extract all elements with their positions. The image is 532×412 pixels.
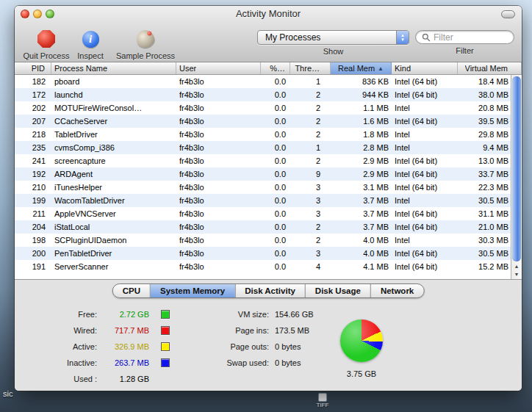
tab-disk-activity[interactable]: Disk Activity (235, 284, 306, 297)
cell-name: CCacheServer (51, 115, 176, 128)
table-row[interactable]: 218TabletDriverfr4b3lo0.021.8 MBIntel29.… (15, 128, 522, 141)
cell-realmem: 2.8 MB (331, 141, 392, 154)
memory-stat-value: 263.7 MB (102, 358, 149, 367)
cell-pid: 191 (15, 260, 51, 273)
process-table: PIDProcess NameUser%…Thre…Real Mem▲KindV… (15, 62, 522, 279)
memory-stat-row: Wired:717.7 MB (51, 322, 170, 339)
table-row[interactable]: 182pboardfr4b3lo0.01836 KBIntel (64 bit)… (15, 75, 522, 88)
cell-user: fr4b3lo (176, 247, 261, 260)
table-row[interactable]: 200PenTabletDriverfr4b3lo0.034.0 MBIntel… (15, 247, 522, 260)
vm-stat-value: 173.5 MB (275, 326, 309, 335)
cell-cpu: 0.0 (261, 207, 290, 220)
quit-process-label: Quit Process (24, 51, 70, 60)
table-row[interactable]: 202MOTUFireWireConsol…fr4b3lo0.021.1 MBI… (15, 101, 522, 115)
desktop-file-icon[interactable]: TIFF (314, 393, 331, 408)
scroll-down-icon[interactable] (511, 270, 522, 278)
column-header-kind[interactable]: Kind (392, 62, 458, 74)
memory-stat-row: Used :1.28 GB (51, 371, 170, 387)
column-header-label: PID (32, 64, 45, 73)
vm-stat-row: Page outs:0 bytes (215, 339, 314, 355)
inspect-icon (82, 28, 99, 50)
cell-user: fr4b3lo (176, 167, 261, 181)
memory-stat-row: Inactive:263.7 MB (51, 355, 170, 371)
table-row[interactable]: 207CCacheServerfr4b3lo0.021.6 MBIntel (6… (15, 115, 522, 128)
vm-stat-value: 154.66 GB (275, 310, 314, 319)
table-row[interactable]: 199WacomTabletDriverfr4b3lo0.033.7 MBInt… (15, 194, 522, 207)
column-header-user[interactable]: User (176, 62, 261, 74)
toolbar-toggle-button[interactable] (501, 10, 515, 18)
tab-disk-usage[interactable]: Disk Usage (306, 284, 371, 297)
cell-name: pboard (51, 75, 176, 88)
vm-stat-label: Page ins: (215, 326, 269, 335)
cell-threads: 1 (290, 141, 331, 154)
cell-user: fr4b3lo (176, 128, 261, 141)
cell-pid: 207 (15, 115, 51, 128)
tab-system-memory[interactable]: System Memory (151, 284, 235, 297)
memory-color-swatch (161, 358, 170, 367)
cell-threads: 9 (290, 167, 331, 181)
cell-kind: Intel (392, 101, 458, 115)
scrollbar-arrows (511, 261, 522, 278)
cell-realmem: 2.9 MB (331, 167, 392, 181)
filter-input[interactable] (434, 32, 508, 43)
tab-network[interactable]: Network (371, 284, 423, 297)
cell-kind: Intel (64 bit) (392, 207, 458, 220)
memory-stat-row: Active:326.9 MB (51, 339, 170, 355)
table-row[interactable]: 211AppleVNCServerfr4b3lo0.033.7 MBIntel … (15, 207, 522, 220)
scroll-up-icon[interactable] (511, 261, 522, 270)
column-header-realmem[interactable]: Real Mem▲ (331, 62, 392, 74)
memory-color-swatch (161, 310, 170, 319)
cell-name: cvmsComp_i386 (51, 141, 176, 154)
table-row[interactable]: 172launchdfr4b3lo0.02944 KBIntel (64 bit… (15, 88, 522, 101)
cell-pid: 210 (15, 181, 51, 194)
cell-realmem: 4.0 MB (331, 247, 392, 260)
process-table-body: 182pboardfr4b3lo0.01836 KBIntel (64 bit)… (15, 75, 522, 279)
bottom-panel: CPUSystem MemoryDisk ActivityDisk UsageN… (15, 279, 522, 391)
cell-pid: 211 (15, 207, 51, 220)
table-row[interactable]: 241screencapturefr4b3lo0.022.9 MBIntel (… (15, 154, 522, 167)
quit-process-button[interactable]: Quit Process (21, 24, 72, 60)
scrollbar-thumb[interactable] (512, 76, 521, 261)
vertical-scrollbar[interactable] (511, 75, 522, 279)
cell-realmem: 1.6 MB (331, 115, 392, 128)
show-popup-menu[interactable]: My Processes (257, 30, 409, 45)
cell-user: fr4b3lo (176, 88, 261, 101)
table-row[interactable]: 192ARDAgentfr4b3lo0.092.9 MBIntel (64 bi… (15, 167, 522, 181)
column-header-name[interactable]: Process Name (51, 62, 176, 74)
cell-kind: Intel (392, 128, 458, 141)
table-header: PIDProcess NameUser%…Thre…Real Mem▲KindV… (15, 62, 522, 75)
column-header-threads[interactable]: Thre… (290, 62, 331, 74)
inspect-button[interactable]: Inspect (72, 24, 109, 60)
table-row[interactable]: 235cvmsComp_i386fr4b3lo0.012.8 MBIntel9.… (15, 141, 522, 154)
sample-process-button[interactable]: Sample Process (112, 24, 179, 60)
column-header-cpu[interactable]: %… (261, 62, 290, 74)
memory-stat-value: 1.28 GB (102, 375, 149, 383)
cell-realmem: 3.7 MB (331, 220, 392, 234)
cell-threads: 3 (290, 207, 331, 220)
panel-tabs: CPUSystem MemoryDisk ActivityDisk UsageN… (112, 283, 425, 298)
cell-name: MOTUFireWireConsol… (51, 101, 176, 115)
memory-stat-row: Free:2.72 GB (51, 306, 170, 322)
vm-stat-label: Swap used: (215, 358, 269, 367)
table-row[interactable]: 204iStatLocalfr4b3lo0.023.7 MBIntel (64 … (15, 220, 522, 234)
cell-realmem: 2.9 MB (331, 154, 392, 167)
cell-cpu: 0.0 (261, 154, 290, 167)
vm-stats: VM size:154.66 GBPage ins:173.5 MBPage o… (215, 306, 314, 371)
table-row[interactable]: 191ServerScannerfr4b3lo0.044.1 MBIntel (… (15, 260, 522, 273)
memory-color-swatch (161, 326, 170, 335)
cell-kind: Intel (392, 194, 458, 207)
cell-pid: 198 (15, 234, 51, 247)
show-label: Show (257, 47, 409, 56)
table-row[interactable]: 210iTunesHelperfr4b3lo0.033.1 MBIntel (6… (15, 181, 522, 194)
memory-stats: Free:2.72 GBWired:717.7 MBActive:326.9 M… (51, 306, 170, 387)
cell-cpu: 0.0 (261, 260, 290, 273)
window-chrome: Activity Monitor Quit Process Inspect Sa… (15, 6, 522, 62)
tab-cpu[interactable]: CPU (113, 284, 151, 297)
column-header-pid[interactable]: PID (15, 62, 51, 74)
cell-name: WacomTabletDriver (51, 194, 176, 207)
cell-kind: Intel (64 bit) (392, 75, 458, 88)
memory-stat-label: Used : (51, 375, 97, 383)
filter-search-field[interactable] (415, 30, 514, 44)
column-header-vmem[interactable]: Virtual Mem (458, 62, 522, 74)
table-row[interactable]: 198SCPluginUIDaemonfr4b3lo0.024.0 MBInte… (15, 234, 522, 247)
